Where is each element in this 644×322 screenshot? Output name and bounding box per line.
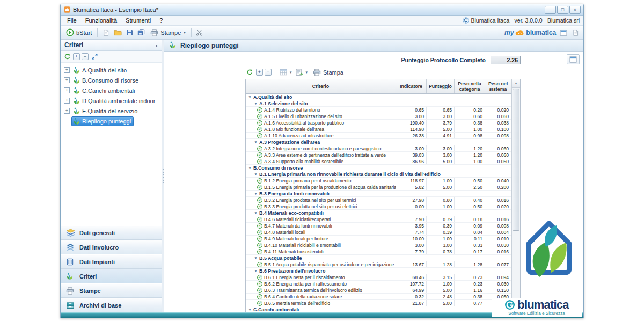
- table-item-row[interactable]: ✓B.6.4 Controllo della radiazione solare…: [246, 294, 511, 300]
- menu-item[interactable]: Funzionalità: [81, 17, 121, 24]
- table-item-row[interactable]: ✓B.4.7 Materiali da fonti rinnovabili3.9…: [246, 223, 511, 229]
- table-item-row[interactable]: ✓A.1.8 Mix funzionale dell'area114.985.0…: [246, 126, 511, 133]
- collapse-all-button[interactable]: −: [82, 53, 89, 60]
- column-header[interactable]: Criterio: [246, 79, 396, 93]
- columns-dropdown-button[interactable]: ▾: [279, 68, 293, 77]
- table-item-row[interactable]: ✓B.4.10 Materiali riciclabili e smontabi…: [246, 242, 511, 248]
- sidebar-nav-item[interactable]: Criteri: [61, 269, 162, 283]
- expand-icon[interactable]: +: [64, 67, 70, 73]
- scrollbar-track[interactable]: [512, 231, 520, 304]
- close-button[interactable]: ×: [569, 6, 581, 14]
- criterio-cell: ✓A.1.6 Accessibilità al trasporto pubbli…: [246, 120, 396, 126]
- layout-panel-button[interactable]: [558, 27, 569, 38]
- table-subgroup-row[interactable]: ▾A.3 Progettazione dell'area: [246, 139, 511, 145]
- column-header[interactable]: Indicatore: [396, 79, 427, 93]
- table-subgroup-row[interactable]: ▾A.1 Selezione del sito: [246, 100, 511, 107]
- print-report-button[interactable]: Stampa: [310, 68, 346, 77]
- scissors-button[interactable]: [194, 27, 205, 38]
- scroll-up-button[interactable]: ▲: [512, 79, 520, 88]
- expand-icon[interactable]: +: [64, 98, 70, 104]
- table-group-row[interactable]: ▾A.Qualità del sito: [246, 94, 511, 100]
- export-dropdown-button[interactable]: ▾: [295, 68, 309, 77]
- table-subgroup-row[interactable]: ▾B.4 Materiali eco-compatibili: [246, 210, 511, 216]
- table-item-row[interactable]: ✓A.1.6 Accessibilità al trasporto pubbli…: [246, 120, 511, 126]
- table-item-row[interactable]: ✓B.1.5 Energia primaria per la produzion…: [246, 184, 511, 191]
- scrollbar-thumb[interactable]: [513, 89, 519, 231]
- titlebar: Blumatica Itaca - Esempio Itaca* – □ ×: [61, 4, 583, 16]
- tree-item[interactable]: +C.Carichi ambientali: [62, 85, 137, 96]
- main-panel: Riepilogo punteggi Punteggio Protocollo …: [164, 40, 583, 312]
- refresh-report-button[interactable]: [245, 68, 254, 77]
- sidebar-nav-item[interactable]: Dati generali: [61, 225, 162, 240]
- open-folder-button[interactable]: [112, 27, 123, 38]
- value-cell: 1.00: [455, 126, 485, 132]
- collapse-sidebar-button[interactable]: ‹: [156, 42, 158, 49]
- new-document-button[interactable]: [100, 27, 111, 38]
- column-header[interactable]: Punteggio: [427, 79, 455, 93]
- sidebar-nav-item[interactable]: Stampe: [61, 283, 162, 298]
- table-subgroup-row[interactable]: ▾B.5 Acqua potabile: [246, 255, 511, 261]
- stampe-dropdown-button[interactable]: Stampe ▾: [148, 28, 188, 38]
- value-cell: 0.004: [485, 229, 511, 235]
- save-all-button[interactable]: [136, 27, 147, 38]
- table-item-row[interactable]: ✓A.1.10 Adiacenza ad infrastrutture26.38…: [246, 133, 511, 139]
- tree-item[interactable]: +D.Qualità ambientale indoor: [62, 96, 158, 106]
- table-item-row[interactable]: ✓B.1.2 Energia primaria per il riscaldam…: [246, 178, 511, 184]
- sidebar-nav-item[interactable]: Dati Impianti: [61, 254, 162, 269]
- refresh-tree-button[interactable]: [63, 53, 71, 61]
- menu-item[interactable]: File: [63, 17, 81, 24]
- table-item-row[interactable]: ✓B.5.1 Acqua potabile risparmiata per us…: [246, 261, 511, 268]
- table-item-row[interactable]: ✓A.1.5 Livello di urbanizzazione del sit…: [246, 113, 511, 120]
- table-group-row[interactable]: ▾C.Carichi ambientali: [246, 306, 511, 312]
- table-item-row[interactable]: ✓B.6.3 Trasmittanza termica dell'involuc…: [246, 287, 511, 294]
- table-subgroup-row[interactable]: ▾B.6 Prestazioni dell'involucro: [246, 268, 511, 274]
- expand-all-button[interactable]: +: [73, 53, 80, 60]
- nav-item-label: Archivi di base: [79, 302, 121, 309]
- table-item-row[interactable]: ✓A.1.4 Riutilizzo del territorio0.650.65…: [246, 107, 511, 113]
- criterio-cell: ✓B.4.11 Materiali biosostenibili: [246, 248, 396, 254]
- table-item-row[interactable]: ✓A.3.4 Supporto alla mobilità sostenibil…: [246, 158, 511, 165]
- table-item-row[interactable]: ✓B.4.8 Materiali locali7.740.390.040.004: [246, 229, 511, 236]
- table-subgroup-row[interactable]: ▾B.3 Energia da fonti rinnovabili: [246, 191, 511, 197]
- expand-icon[interactable]: +: [64, 87, 70, 93]
- table-item-row[interactable]: ✓B.4.9 Materiali locali per finiture10.0…: [246, 236, 511, 242]
- table-item-row[interactable]: ✓B.3.3 Energia prodotta nel sito per usi…: [246, 203, 511, 210]
- column-header[interactable]: Peso nel sistema: [485, 79, 511, 93]
- tree-item[interactable]: +E.Qualità del servizio: [62, 106, 140, 116]
- vertical-scrollbar[interactable]: ▲ ▼: [511, 79, 520, 312]
- table-item-row[interactable]: ✓B.4.11 Materiali biosostenibili7.790.78…: [246, 248, 511, 255]
- table-item-row[interactable]: ✓B.4.6 Materiali riciclati/recuperati7.9…: [246, 216, 511, 223]
- collapse-rows-button[interactable]: −: [265, 69, 272, 76]
- minimize-button[interactable]: –: [545, 6, 556, 14]
- bstart-button[interactable]: bStart: [63, 27, 94, 38]
- tree-item[interactable]: +A.Qualità del sito: [62, 65, 129, 75]
- table-item-row[interactable]: ✓B.6.5 Inerzia termica dell'edificio21.8…: [246, 300, 511, 306]
- expand-rows-button[interactable]: +: [256, 69, 263, 76]
- table-item-row[interactable]: ✓B.6.1 Energia netta per il riscaldament…: [246, 274, 511, 281]
- expand-icon[interactable]: +: [64, 77, 70, 83]
- expand-icon[interactable]: +: [64, 108, 70, 114]
- value-cell: 26.38: [396, 133, 427, 138]
- value-cell: 3.00: [396, 113, 427, 119]
- tree-item[interactable]: +B.Consumo di risorse: [62, 75, 141, 85]
- table-item-row[interactable]: ✓B.6.2 Energia netta per il raffrescamen…: [246, 281, 511, 287]
- expand-view-button[interactable]: [90, 53, 99, 61]
- table-item-row[interactable]: ✓B.3.2 Energia prodotta nel sito per usi…: [246, 197, 511, 203]
- save-button[interactable]: [124, 27, 135, 38]
- menu-item[interactable]: ?: [155, 17, 167, 24]
- group-label: C.Carichi ambientali: [253, 307, 299, 312]
- sidebar-nav-item[interactable]: Dati Involucro: [61, 240, 162, 254]
- table-group-row[interactable]: ▾B.Consumo di risorse: [246, 165, 511, 171]
- panel-toggle-button[interactable]: [567, 54, 580, 64]
- sidebar-nav-item[interactable]: Archivi di base: [61, 298, 162, 312]
- menu-item[interactable]: Strumenti: [121, 17, 155, 24]
- notes-button[interactable]: [570, 27, 581, 38]
- column-header[interactable]: Peso nella categoria: [455, 79, 485, 93]
- tree-item[interactable]: Riepilogo punteggi: [62, 116, 134, 126]
- table-subgroup-row[interactable]: ▾B.1 Energia primaria non rinnovabile ri…: [246, 171, 511, 178]
- maximize-button[interactable]: □: [557, 6, 568, 14]
- chevron-down-icon: ▾: [247, 308, 252, 312]
- table-body: ▾A.Qualità del sito▾A.1 Selezione del si…: [246, 94, 511, 312]
- table-item-row[interactable]: ✓A.3.2 Integrazione con il contesto urba…: [246, 145, 511, 152]
- table-item-row[interactable]: ✓A.3.3 Aree esterne di pertinenza dell'e…: [246, 152, 511, 158]
